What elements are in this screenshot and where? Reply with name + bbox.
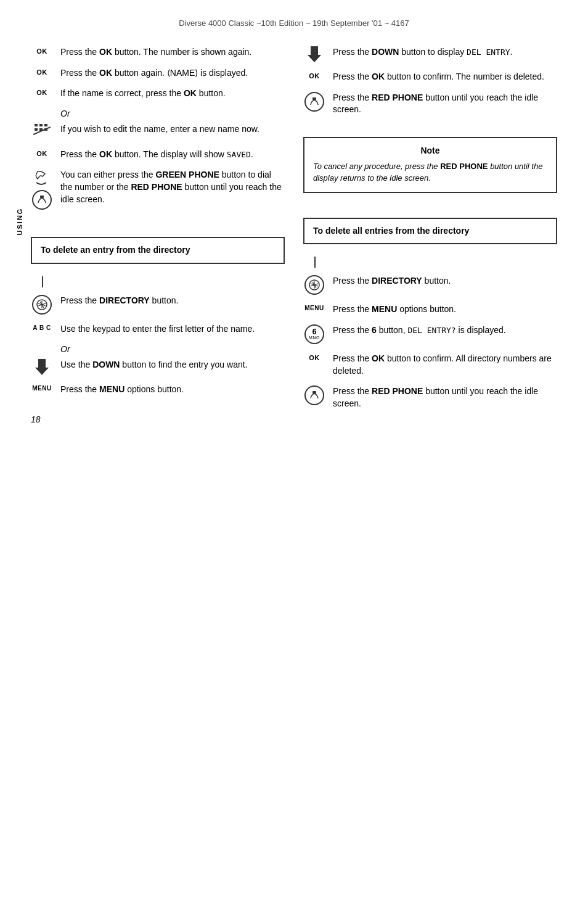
- red-phone-circle-r1: [304, 92, 324, 112]
- text-dir-r1: Press the DIRECTORY button.: [333, 275, 557, 287]
- text-ok4: Press the OK button. The display will sh…: [60, 149, 285, 161]
- instruction-phones: You can either press the GREEN PHONE but…: [31, 169, 285, 210]
- directory-icon-1: [31, 295, 53, 315]
- main-content: OK Press the OK button. The number is sh…: [31, 46, 557, 418]
- delete-entry-box: To delete an entry from the directory: [31, 237, 285, 264]
- directory-circle-r1: [304, 275, 324, 295]
- or-text-1: Or: [60, 109, 285, 118]
- text-ok3: If the name is correct, press the OK but…: [60, 88, 285, 100]
- instruction-ok-r1: OK Press the OK button to confirm. The n…: [303, 71, 557, 83]
- directory-icon-r1: [303, 275, 325, 295]
- instruction-six: 6 MNO Press the 6 button, DEL ENTRY? is …: [303, 324, 557, 344]
- instruction-abc: A B C Use the keypad to enter the first …: [31, 323, 285, 336]
- page-number: 18: [31, 414, 41, 424]
- text-down-r1: Press the DOWN button to display DEL ENT…: [333, 46, 557, 59]
- text-phones: You can either press the GREEN PHONE but…: [60, 169, 285, 205]
- delete-entry-title: To delete an entry from the directory: [41, 244, 275, 257]
- instruction-ok-r2: OK Press the OK button to confirm. All d…: [303, 353, 557, 377]
- svg-rect-7: [40, 196, 44, 198]
- text-abc: Use the keypad to enter the first letter…: [60, 323, 285, 336]
- red-phone-icon-r2: [303, 385, 325, 405]
- instruction-dir1: Press the DIRECTORY button.: [31, 295, 285, 315]
- instruction-menu1: MENU Press the MENU options button.: [31, 384, 285, 396]
- instruction-down-r1: Press the DOWN button to display DEL ENT…: [303, 46, 557, 62]
- six-circle: 6 MNO: [304, 324, 324, 344]
- red-phone-icon-r1: [303, 92, 325, 112]
- instruction-dir-r1: Press the DIRECTORY button.: [303, 275, 557, 295]
- keypad-icon: [33, 123, 51, 140]
- instruction-menu-r1: MENU Press the MENU options button.: [303, 303, 557, 316]
- svg-rect-15: [312, 97, 316, 100]
- side-label: USING: [16, 208, 23, 236]
- instruction-ok2: OK Press the OK button again. ⟨NAME⟩ is …: [31, 67, 285, 80]
- svg-rect-3: [35, 128, 38, 131]
- svg-rect-21: [312, 391, 316, 393]
- svg-rect-2: [44, 124, 47, 126]
- instruction-ok4: OK Press the OK button. The display will…: [31, 149, 285, 161]
- svg-rect-1: [39, 124, 43, 126]
- text-menu1: Press the MENU options button.: [60, 384, 285, 396]
- key-ok2: OK: [31, 67, 53, 76]
- left-column: OK Press the OK button. The number is sh…: [31, 46, 285, 418]
- directory-circle-1: [32, 295, 52, 315]
- down-arrow-icon-r1: [303, 46, 325, 62]
- six-button-icon: 6 MNO: [303, 324, 325, 344]
- key-ok1: OK: [31, 46, 53, 55]
- svg-rect-0: [35, 124, 38, 126]
- note-box: Note To cancel any procedure, press the …: [303, 137, 557, 193]
- key-ok-r1: OK: [303, 71, 325, 80]
- text-six: Press the 6 button, DEL ENTRY? is displa…: [333, 324, 557, 337]
- instruction-keypad: If you wish to edit the name, enter a ne…: [31, 123, 285, 140]
- key-menu1: MENU: [31, 384, 53, 392]
- text-red-r2: Press the RED PHONE button until you rea…: [333, 385, 557, 410]
- right-column: Press the DOWN button to display DEL ENT…: [303, 46, 557, 418]
- text-keypad: If you wish to edit the name, enter a ne…: [60, 123, 285, 136]
- key-menu-r1: MENU: [303, 303, 325, 311]
- key-ok3: OK: [31, 88, 53, 96]
- text-dir1: Press the DIRECTORY button.: [60, 295, 285, 307]
- text-ok2: Press the OK button again. ⟨NAME⟩ is dis…: [60, 67, 285, 80]
- down-arrow-icon-1: [31, 359, 53, 375]
- page-header: Diverse 4000 Classic ~10th Edition ~ 19t…: [31, 19, 557, 28]
- text-ok-r1: Press the OK button to confirm. The numb…: [333, 71, 557, 83]
- note-text: To cancel any procedure, press the RED P…: [313, 160, 547, 184]
- red-phone-circle: [32, 190, 52, 210]
- delete-all-box: To delete all entries from the directory: [303, 218, 557, 245]
- instruction-down1: Use the DOWN button to find the entry yo…: [31, 359, 285, 375]
- delete-all-title: To delete all entries from the directory: [313, 225, 547, 237]
- or-text-2: Or: [60, 344, 285, 354]
- instruction-ok1: OK Press the OK button. The number is sh…: [31, 46, 285, 59]
- green-phone-icon: [31, 169, 53, 186]
- svg-marker-13: [35, 359, 49, 375]
- instruction-red-r2: Press the RED PHONE button until you rea…: [303, 385, 557, 410]
- instruction-ok3: OK If the name is correct, press the OK …: [31, 88, 285, 100]
- key-ok-r2: OK: [303, 353, 325, 361]
- text-menu-r1: Press the MENU options button.: [333, 303, 557, 316]
- header-text: Diverse 4000 Classic ~10th Edition ~ 19t…: [179, 19, 409, 28]
- text-ok1: Press the OK button. The number is shown…: [60, 46, 285, 59]
- svg-marker-14: [308, 46, 321, 62]
- red-phone-circle-r2: [304, 385, 324, 405]
- page-container: USING Diverse 4000 Classic ~10th Edition…: [0, 0, 588, 443]
- keypad-icon-container: [31, 123, 53, 140]
- delete-all-content: Press the DIRECTORY button. MENU Press t…: [303, 268, 557, 410]
- text-ok-r2: Press the OK button to confirm. All dire…: [333, 353, 557, 377]
- text-red-r1: Press the RED PHONE button until you rea…: [333, 92, 557, 116]
- note-title: Note: [313, 146, 547, 155]
- instruction-red-r1: Press the RED PHONE button until you rea…: [303, 92, 557, 116]
- delete-entry-content: Press the DIRECTORY button. A B C Use th…: [31, 287, 285, 395]
- key-abc: A B C: [31, 323, 53, 331]
- text-down1: Use the DOWN button to find the entry yo…: [60, 359, 285, 371]
- key-ok4: OK: [31, 149, 53, 157]
- red-phone-icon: [31, 190, 53, 210]
